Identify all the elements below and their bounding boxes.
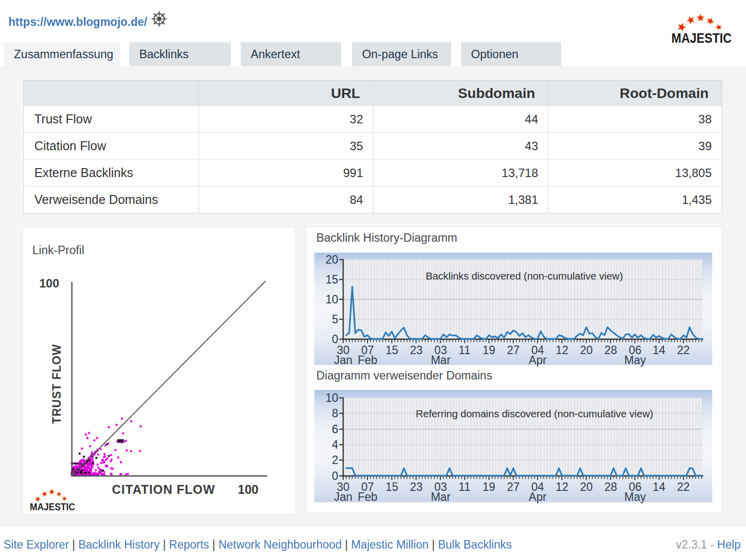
svg-text:MAJESTIC: MAJESTIC xyxy=(30,501,75,512)
svg-text:MAJESTIC: MAJESTIC xyxy=(671,30,732,46)
